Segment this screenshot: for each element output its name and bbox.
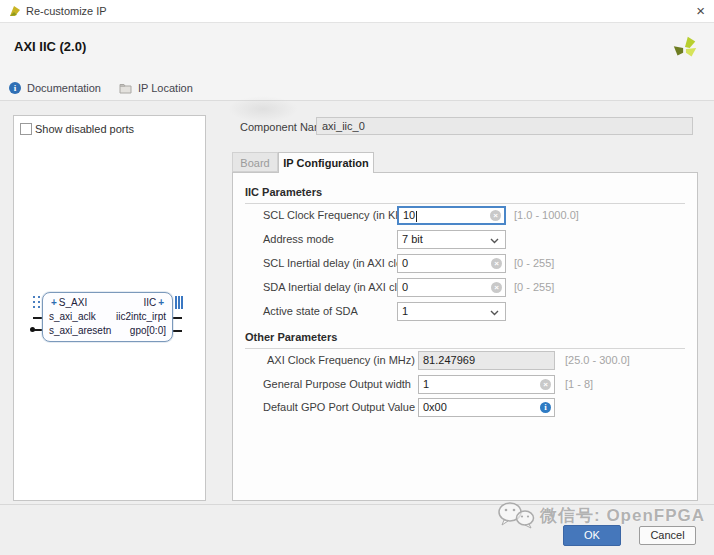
iic-interface-bars-icon (175, 296, 183, 309)
ip-configuration-panel: IIC Parameters SCL Clock Frequency (in K… (232, 172, 698, 501)
clear-icon[interactable]: × (540, 379, 551, 390)
field-label: Address mode (263, 233, 334, 245)
section-title-other-parameters: Other Parameters (245, 331, 685, 349)
form-row: Address mode 7 bit (233, 230, 697, 250)
pin-stub-irpt (173, 317, 182, 319)
form-row: General Purpose Output width 1 × [1 - 8] (233, 375, 697, 395)
ip-block[interactable]: +S_AXI IIC+ s_axi_aclk iic2intc_irpt s_a… (42, 292, 173, 342)
port-s-axi-aclk: s_axi_aclk (49, 310, 96, 324)
clear-icon[interactable]: × (490, 210, 501, 221)
ip-location-link[interactable]: IP Location (119, 82, 193, 94)
info-icon: i (9, 82, 21, 94)
section-title-iic-parameters: IIC Parameters (245, 186, 685, 204)
port-iic: IIC (143, 297, 156, 308)
port-row: s_axi_aclk iic2intc_irpt (49, 310, 166, 324)
watermark: 微信号: OpenFPGA (496, 501, 705, 529)
scl-clock-frequency-input[interactable]: 10 × (397, 206, 506, 225)
general-purpose-output-width-input[interactable]: 1 × (418, 375, 555, 394)
watermark-ghost (228, 96, 298, 122)
form-row: Default GPO Port Output Value 0x00 i (233, 398, 697, 418)
input-value: 0 (402, 255, 408, 272)
range-hint: [1.0 - 1000.0] (514, 209, 579, 221)
range-hint: [25.0 - 300.0] (565, 354, 630, 366)
tab-board[interactable]: Board (232, 152, 278, 172)
port-row: s_axi_aresetn gpo[0:0] (49, 324, 166, 338)
expand-icon[interactable]: + (51, 297, 57, 308)
input-value: 0 (402, 279, 408, 296)
sda-inertial-delay-input[interactable]: 0 × (397, 278, 506, 297)
show-disabled-ports-label: Show disabled ports (35, 123, 134, 135)
expand-icon[interactable]: + (158, 297, 164, 308)
text-caret (416, 211, 417, 222)
scl-inertial-delay-input[interactable]: 0 × (397, 254, 506, 273)
pin-stub-aclk (33, 317, 42, 319)
range-hint: [0 - 255] (514, 257, 554, 269)
block-diagram-panel: Show disabled ports +S_AXI IIC+ s_axi_ac… (13, 115, 206, 501)
field-label: SCL Clock Frequency (in KHz) (263, 209, 412, 221)
re-customize-ip-dialog: { "window": { "title": "Re-customize IP"… (0, 0, 714, 555)
tab-ip-configuration[interactable]: IP Configuration (278, 152, 374, 173)
selected-value: 7 bit (402, 231, 423, 248)
port-gpo: gpo[0:0] (130, 324, 166, 338)
input-value: 1 (423, 376, 429, 393)
chevron-down-icon (490, 310, 499, 316)
xilinx-logo-icon (671, 34, 699, 62)
field-label: General Purpose Output width (263, 378, 411, 390)
form-row: SDA Inertial delay (in AXI clocks) 0 × [… (233, 278, 697, 298)
form-row: Active state of SDA 1 (233, 302, 697, 322)
range-hint: [1 - 8] (565, 378, 593, 390)
address-mode-select[interactable]: 7 bit (397, 230, 506, 249)
form-row: AXI Clock Frequency (in MHz) (Auto) 81.2… (233, 351, 697, 371)
range-hint: [0 - 255] (514, 281, 554, 293)
window-title: Re-customize IP (26, 5, 107, 17)
field-label: Active state of SDA (263, 305, 358, 317)
field-label: Default GPO Port Output Value (263, 401, 415, 413)
active-state-of-sda-select[interactable]: 1 (397, 302, 506, 321)
folder-icon (119, 83, 132, 94)
input-value: 81.247969 (423, 352, 475, 369)
wechat-icon (496, 501, 536, 529)
clear-icon[interactable]: × (491, 258, 502, 269)
vivado-app-icon (8, 4, 22, 18)
info-icon[interactable]: i (540, 402, 551, 413)
pin-stub-gpo (173, 330, 182, 332)
axi-clock-frequency-input: 81.247969 (418, 351, 555, 370)
watermark-text: 微信号: OpenFPGA (540, 504, 705, 527)
clear-icon[interactable]: × (491, 282, 502, 293)
chevron-down-icon (490, 238, 499, 244)
ip-location-label: IP Location (138, 82, 193, 94)
port-row: +S_AXI IIC+ (49, 296, 166, 310)
header-links: i Documentation IP Location (9, 81, 193, 95)
component-name-input[interactable]: axi_iic_0 (316, 117, 693, 135)
close-icon[interactable]: × (696, 2, 705, 20)
documentation-link[interactable]: Documentation (27, 82, 101, 94)
port-s-axi: S_AXI (59, 297, 87, 308)
window-titlebar: Re-customize IP × (0, 0, 714, 23)
form-row: SCL Inertial delay (in AXI clocks) 0 × [… (233, 254, 697, 274)
input-value: 0x00 (423, 399, 447, 416)
port-s-axi-aresetn: s_axi_aresetn (49, 324, 111, 338)
dialog-header: AXI IIC (2.0) i Documentation IP Locatio… (0, 23, 714, 101)
show-disabled-ports-checkbox[interactable] (20, 123, 32, 135)
page-title: AXI IIC (2.0) (14, 39, 86, 54)
selected-value: 1 (402, 303, 408, 320)
input-value: 10 (403, 208, 415, 223)
default-gpo-port-output-value-input[interactable]: 0x00 i (418, 398, 555, 417)
form-row: SCL Clock Frequency (in KHz) 10 × [1.0 -… (233, 206, 697, 226)
interface-dots-icon (33, 296, 41, 309)
port-iic2intc-irpt: iic2intc_irpt (116, 310, 166, 324)
